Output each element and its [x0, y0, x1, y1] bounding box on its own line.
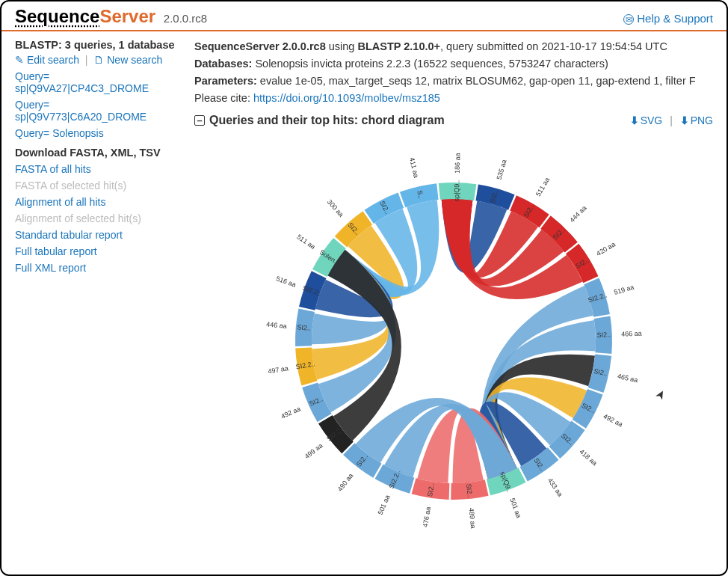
- info-line: Parameters: evalue 1e-05, max_target_seq…: [194, 73, 713, 89]
- len-label: 519 aa: [613, 284, 635, 296]
- query-link[interactable]: Query= Solenopsis: [15, 127, 181, 139]
- len-label: 489 aa: [467, 508, 477, 529]
- logo[interactable]: SequenceServer 2.0.0.rc8: [15, 6, 207, 27]
- download-link: FASTA of selected hit(s): [15, 180, 181, 192]
- len-label: 444 aa: [568, 204, 587, 224]
- len-label: 466 aa: [621, 330, 642, 338]
- sidebar: BLASTP: 3 queries, 1 database ✎ Edit sea…: [15, 39, 181, 543]
- section-title: Queries and their top hits: chord diagra…: [209, 114, 445, 127]
- new-search-link[interactable]: 🗋 New search: [93, 54, 162, 66]
- export-links: ⬇SVG | ⬇PNG: [630, 114, 713, 126]
- len-label: 300 aa: [326, 198, 345, 218]
- app-header: SequenceServer 2.0.0.rc8 ✉Help & Support: [1, 1, 727, 31]
- download-link: Alignment of selected hit(s): [15, 212, 181, 224]
- logo-seq: Sequence: [15, 6, 99, 26]
- arc-label: sp|Q9..: [453, 180, 461, 202]
- sidebar-title: BLASTP: 3 queries, 1 database: [15, 39, 181, 51]
- collapse-toggle[interactable]: –: [194, 115, 205, 126]
- sidebar-actions: ✎ Edit search | 🗋 New search: [15, 54, 181, 66]
- len-label: 433 aa: [546, 477, 564, 497]
- len-label: 497 aa: [268, 364, 289, 375]
- len-label: 465 aa: [617, 373, 638, 384]
- download-link[interactable]: Full XML report: [15, 262, 181, 274]
- query-link[interactable]: Query= sp|Q9V773|C6A20_DROME: [15, 99, 181, 123]
- info-line: Please cite: https://doi.org/10.1093/mol…: [194, 91, 713, 106]
- len-label: 499 aa: [303, 441, 324, 460]
- edit-search-link[interactable]: ✎ Edit search: [15, 54, 79, 66]
- len-label: 492 aa: [602, 412, 624, 428]
- len-label: 446 aa: [266, 321, 287, 330]
- info-line: SequenceServer 2.0.0.rc8 using BLASTP 2.…: [194, 39, 713, 55]
- arc-label: SI2..: [465, 483, 474, 497]
- chord-diagram: sp|Q9..186 aaSI2..535 aaSI2..511 aaSI2..…: [194, 132, 713, 543]
- download-link[interactable]: FASTA of all hits: [15, 163, 181, 175]
- logo-srv: Server: [99, 6, 155, 26]
- len-label: 490 aa: [336, 472, 355, 493]
- arc-label: SI2..: [596, 331, 611, 339]
- info-line: Databases: Solenopsis invicta proteins 2…: [194, 56, 713, 72]
- logo-version: 2.0.0.rc8: [164, 12, 207, 25]
- chat-icon: ✉: [623, 14, 634, 25]
- download-link[interactable]: Alignment of all hits: [15, 196, 181, 208]
- len-label: 411 aa: [408, 157, 420, 179]
- len-label: 476 aa: [422, 506, 432, 528]
- content-pane: SequenceServer 2.0.0.rc8 using BLASTP 2.…: [194, 39, 713, 543]
- download-link[interactable]: Full tabular report: [15, 245, 181, 257]
- arc-label: SI2..: [297, 323, 311, 332]
- download-png-link[interactable]: ⬇PNG: [680, 114, 713, 126]
- help-link[interactable]: ✉Help & Support: [623, 12, 713, 25]
- len-label: 420 aa: [595, 240, 617, 257]
- len-label: 492 aa: [280, 405, 301, 420]
- len-label: 501 aa: [508, 497, 522, 519]
- cite-link[interactable]: https://doi.org/10.1093/molbev/msz185: [253, 92, 440, 104]
- download-svg-link[interactable]: ⬇SVG: [630, 114, 663, 126]
- query-link[interactable]: Query= sp|Q9VA27|CP4C3_DROME: [15, 70, 181, 94]
- download-icon: ⬇: [680, 114, 689, 126]
- download-link[interactable]: Standard tabular report: [15, 229, 181, 241]
- len-label: 418 aa: [578, 448, 598, 468]
- download-icon: ⬇: [630, 114, 639, 126]
- download-heading: Download FASTA, XML, TSV: [15, 147, 181, 159]
- len-label: 516 aa: [275, 275, 297, 289]
- len-label: 186 aa: [454, 153, 462, 174]
- len-label: 511 aa: [295, 233, 316, 251]
- len-label: 501 aa: [377, 494, 392, 515]
- len-label: 511 aa: [534, 177, 551, 198]
- len-label: 535 aa: [496, 159, 508, 180]
